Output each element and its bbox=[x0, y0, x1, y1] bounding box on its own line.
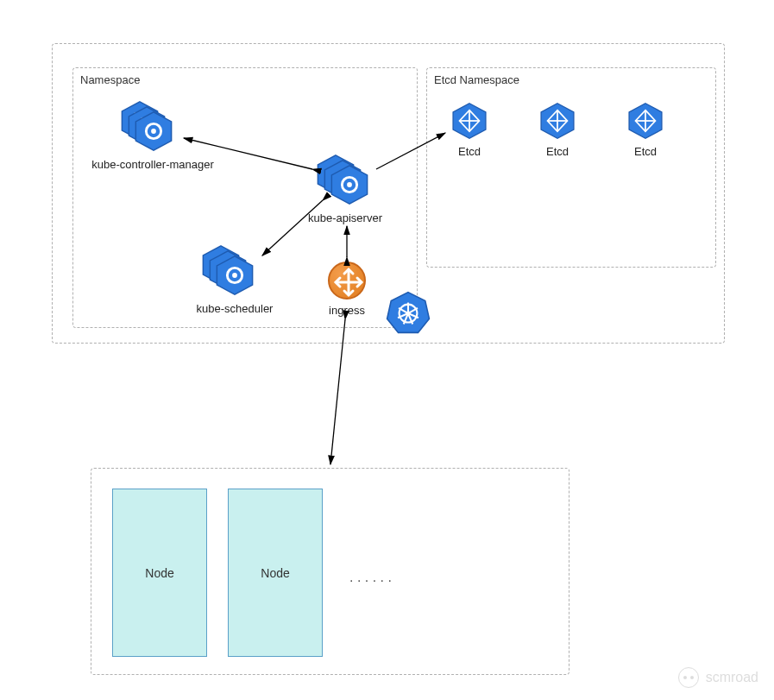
node-1-label: Node bbox=[145, 566, 173, 580]
etcd-2-label: Etcd bbox=[546, 145, 569, 158]
svg-point-30 bbox=[406, 311, 410, 315]
watermark-icon bbox=[678, 667, 699, 688]
etcd-namespace-label: Etcd Namespace bbox=[434, 73, 519, 86]
svg-point-18 bbox=[232, 273, 237, 278]
node-box-2: Node bbox=[228, 489, 323, 657]
svg-point-8 bbox=[151, 129, 156, 134]
node-2-label: Node bbox=[261, 566, 289, 580]
ingress-icon bbox=[328, 262, 366, 300]
namespace-label: Namespace bbox=[80, 73, 140, 86]
watermark-text: scmroad bbox=[706, 670, 758, 685]
etcd-namespace-box: Etcd Namespace bbox=[426, 67, 716, 268]
ingress-label: ingress bbox=[329, 304, 365, 317]
watermark: scmroad bbox=[678, 667, 758, 688]
etcd-node-1-icon bbox=[450, 102, 488, 140]
apiserver-label: kube-apiserver bbox=[308, 211, 382, 224]
kubernetes-icon bbox=[386, 290, 431, 335]
controller-manager-label: kube-controller-manager bbox=[91, 158, 214, 171]
etcd-node-2-icon bbox=[538, 102, 576, 140]
etcd-1-label: Etcd bbox=[458, 145, 481, 158]
svg-point-13 bbox=[347, 182, 352, 187]
nodes-ellipsis: . . . . . . bbox=[349, 570, 392, 585]
node-box-1: Node bbox=[112, 489, 207, 657]
scheduler-label: kube-scheduler bbox=[197, 302, 274, 315]
etcd-node-3-icon bbox=[626, 102, 664, 140]
etcd-3-label: Etcd bbox=[634, 145, 657, 158]
diagram-canvas: Namespace Etcd Namespace kube-controller… bbox=[0, 0, 774, 700]
